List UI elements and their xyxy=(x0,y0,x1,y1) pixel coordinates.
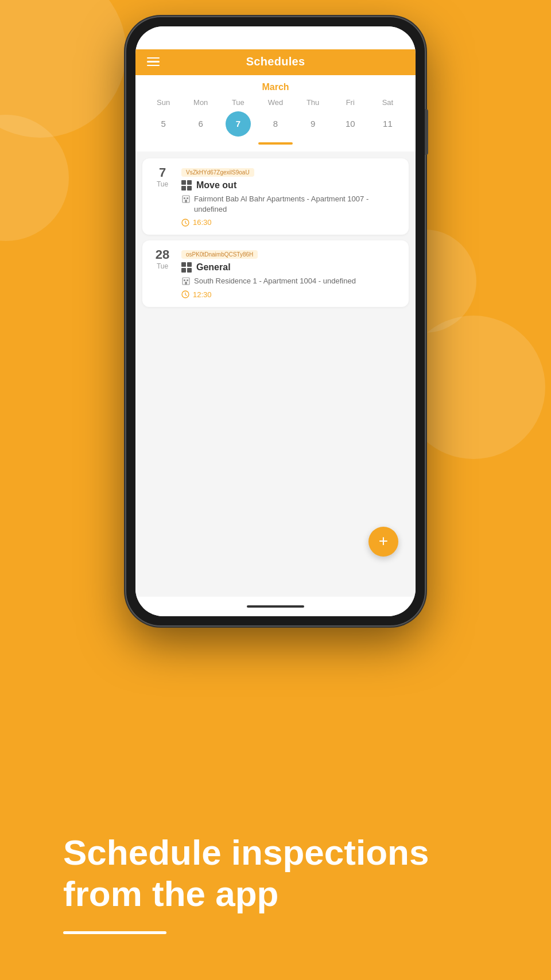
headline-underline xyxy=(63,931,166,934)
weekday-mon: Mon xyxy=(188,98,214,107)
svg-rect-8 xyxy=(185,282,187,285)
schedule-card-2[interactable]: 28 Tue osPK0tDnaimbQCSTy86H Ge xyxy=(142,240,409,306)
phone-frame: Schedules March Sun Mon Tue Wed Thu Fri … xyxy=(126,17,425,625)
calendar-indicator xyxy=(145,142,406,151)
building-icon-2 xyxy=(181,277,191,286)
clock-icon-1 xyxy=(181,219,189,227)
weekday-tue: Tue xyxy=(226,98,251,107)
hamburger-icon[interactable] xyxy=(147,57,160,67)
grid-icon-1 xyxy=(181,180,192,190)
svg-rect-2 xyxy=(187,197,188,199)
indicator-bar xyxy=(258,142,293,145)
weekday-row: Sun Mon Tue Wed Thu Fri Sat xyxy=(145,98,406,107)
card-location-row-1: Fairmont Bab Al Bahr Apartments - Apartm… xyxy=(181,194,399,215)
date-badge-2: 28 Tue xyxy=(152,248,173,298)
notch-area xyxy=(135,26,416,49)
card-time-row-1: 16:30 xyxy=(181,218,399,227)
date-badge-1: 7 Tue xyxy=(152,166,173,227)
card-title-2: General xyxy=(196,262,231,273)
card-time-row-2: 12:30 xyxy=(181,290,399,299)
date-8[interactable]: 8 xyxy=(263,111,288,137)
home-bar xyxy=(247,605,304,608)
weekday-fri: Fri xyxy=(337,98,363,107)
schedule-card-1[interactable]: 7 Tue VsZkHYd67ZgexilS9oaU Mov xyxy=(142,158,409,235)
card-location-1: Fairmont Bab Al Bahr Apartments - Apartm… xyxy=(194,194,399,215)
weekday-wed: Wed xyxy=(263,98,288,107)
app-title: Schedules xyxy=(246,55,305,68)
fab-plus-icon: + xyxy=(379,533,388,549)
home-indicator xyxy=(135,597,416,616)
card-content-2: osPK0tDnaimbQCSTy86H General xyxy=(181,248,399,298)
date-10[interactable]: 10 xyxy=(337,111,363,137)
card-time-2: 12:30 xyxy=(193,290,212,299)
weekday-thu: Thu xyxy=(300,98,325,107)
headline: Schedule inspections from the app xyxy=(63,832,488,914)
date-num-2: 28 xyxy=(156,248,169,261)
date-6[interactable]: 6 xyxy=(188,111,214,137)
card-title-row-2: General xyxy=(181,262,399,273)
card-title-row-1: Move out xyxy=(181,180,399,190)
card-content-1: VsZkHYd67ZgexilS9oaU Move out xyxy=(181,166,399,227)
date-row: 5 6 7 8 9 10 11 xyxy=(145,111,406,137)
phone-screen: Schedules March Sun Mon Tue Wed Thu Fri … xyxy=(135,26,416,616)
date-7[interactable]: 7 xyxy=(226,111,251,137)
date-9[interactable]: 9 xyxy=(300,111,325,137)
calendar-section: March Sun Mon Tue Wed Thu Fri Sat 5 6 7 … xyxy=(135,75,416,151)
card-time-1: 16:30 xyxy=(193,218,212,227)
date-day-2: Tue xyxy=(157,262,168,270)
building-icon-1 xyxy=(181,195,191,204)
app-header: Schedules xyxy=(135,49,416,75)
tag-badge-2: osPK0tDnaimbQCSTy86H xyxy=(181,250,258,259)
svg-rect-3 xyxy=(185,200,187,203)
date-num-1: 7 xyxy=(159,166,166,179)
date-5[interactable]: 5 xyxy=(151,111,176,137)
weekday-sat: Sat xyxy=(375,98,400,107)
clock-icon-2 xyxy=(181,290,189,298)
weekday-sun: Sun xyxy=(151,98,176,107)
screen-content: 7 Tue VsZkHYd67ZgexilS9oaU Mov xyxy=(135,151,416,597)
tag-badge-1: VsZkHYd67ZgexilS9oaU xyxy=(181,168,254,177)
phone-mockup: Schedules March Sun Mon Tue Wed Thu Fri … xyxy=(126,17,425,625)
date-11[interactable]: 11 xyxy=(375,111,400,137)
fab-button[interactable]: + xyxy=(368,527,398,557)
month-label: March xyxy=(145,82,406,92)
grid-icon-2 xyxy=(181,262,192,273)
bottom-section: Schedule inspections from the app xyxy=(0,803,551,980)
svg-rect-6 xyxy=(184,279,185,281)
card-location-2: South Residence 1 - Apartment 1004 - und… xyxy=(194,276,356,286)
date-day-1: Tue xyxy=(157,180,168,188)
card-title-1: Move out xyxy=(196,180,236,190)
svg-rect-1 xyxy=(184,197,185,199)
card-location-row-2: South Residence 1 - Apartment 1004 - und… xyxy=(181,276,399,286)
svg-rect-7 xyxy=(187,279,188,281)
